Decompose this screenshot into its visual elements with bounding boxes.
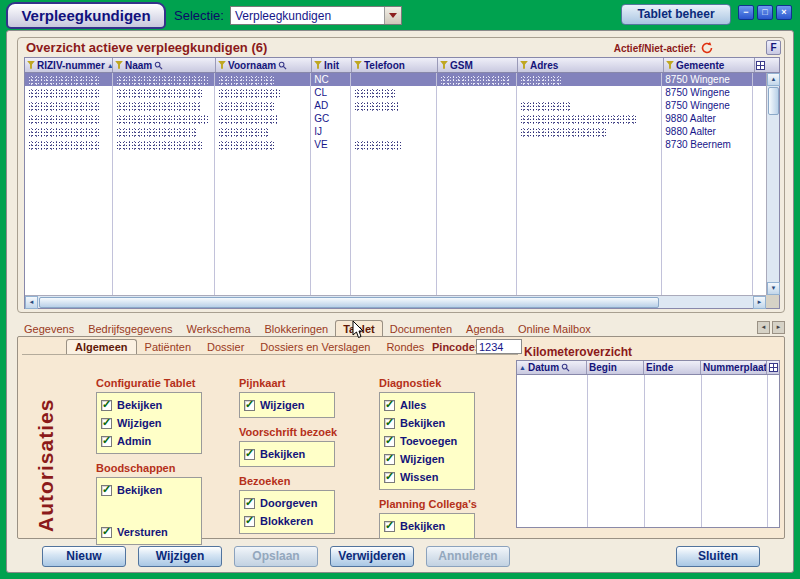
checkbox-row[interactable]: Versturen (101, 523, 197, 541)
checkbox-checked-icon[interactable] (384, 521, 395, 532)
checkbox-row[interactable]: Blokkeren (244, 512, 330, 530)
pincode-field[interactable] (476, 339, 522, 354)
checkbox-checked-icon[interactable] (384, 436, 395, 447)
tablet-beheer-button[interactable]: Tablet beheer (621, 4, 731, 25)
filter-funnel-icon[interactable] (27, 61, 35, 69)
main-tab-strip: Gegevens Bedrijfsgegevens Werkschema Blo… (17, 318, 785, 336)
checkbox-row[interactable]: Toevoegen (384, 432, 470, 450)
filter-funnel-icon[interactable] (314, 61, 322, 69)
checkbox-row[interactable]: Wissen (384, 468, 470, 486)
filter-funnel-icon[interactable] (218, 61, 226, 69)
filter-funnel-icon[interactable] (354, 61, 362, 69)
horizontal-scrollbar[interactable]: ◄ ► (25, 295, 766, 308)
checkbox-checked-icon[interactable] (101, 400, 112, 411)
column-header-init[interactable]: Init (312, 58, 352, 72)
checkbox-row[interactable]: Bekijken (384, 414, 470, 432)
checkbox-checked-icon[interactable] (244, 400, 255, 411)
wijzigen-button[interactable]: Wijzigen (138, 546, 222, 567)
verwijderen-button[interactable]: Verwijderen (330, 546, 414, 567)
checkbox-checked-icon[interactable] (244, 498, 255, 509)
column-header-grid[interactable] (755, 58, 768, 72)
checkbox-row[interactable]: Wijzigen (384, 450, 470, 468)
subtab-dossier[interactable]: Dossier (199, 340, 252, 354)
checkbox-checked-icon[interactable] (384, 418, 395, 429)
redacted-text (520, 102, 572, 111)
filter-funnel-icon[interactable] (115, 61, 123, 69)
subtab-dossiers-en-verslagen[interactable]: Dossiers en Verslagen (252, 340, 378, 354)
table-cell (517, 86, 663, 99)
checkbox-checked-icon[interactable] (244, 516, 255, 527)
column-header-voornaam[interactable]: Voornaam (216, 58, 312, 72)
column-header-gsm[interactable]: GSM (438, 58, 518, 72)
column-header-adres[interactable]: Adres (518, 58, 664, 72)
table-row[interactable]: IJ 9880 Aalter (25, 125, 766, 138)
column-header-einde[interactable]: Einde (644, 361, 701, 374)
checkbox-row[interactable]: Bekijken (384, 517, 470, 535)
magnifier-icon[interactable] (561, 363, 570, 372)
column-header-riziv-nummer[interactable]: RIZIV-nummer ▲ (25, 58, 113, 72)
scroll-down-button[interactable]: ▼ (767, 282, 780, 295)
table-row[interactable]: GC 9880 Aalter (25, 112, 766, 125)
checkbox-checked-icon[interactable] (384, 400, 395, 411)
maximize-button[interactable]: □ (757, 5, 773, 20)
subtab-algemeen[interactable]: Algemeen (66, 339, 137, 354)
column-label: Gemeente (676, 60, 724, 71)
checkbox-row[interactable]: Bekijken (244, 445, 330, 463)
filter-funnel-icon[interactable] (666, 61, 674, 69)
checkbox-checked-icon[interactable] (384, 454, 395, 465)
column-header-nummerplaat[interactable]: Nummerplaat (701, 361, 767, 374)
tab-documenten[interactable]: Documenten (383, 321, 459, 336)
filter-f-button[interactable]: F (766, 40, 781, 55)
minimize-button[interactable]: − (738, 5, 754, 20)
checkbox-checked-icon[interactable] (101, 436, 112, 447)
column-header-gemeente[interactable]: Gemeente (664, 58, 755, 72)
refresh-icon[interactable] (700, 41, 714, 55)
column-header-begin[interactable]: Begin (587, 361, 644, 374)
tab-online-mailbox[interactable]: Online Mailbox (511, 321, 598, 336)
selection-dropdown[interactable]: Verpleegkundigen (230, 6, 402, 25)
checkbox-row[interactable]: Bekijken (101, 481, 197, 499)
scroll-right-button[interactable]: ► (753, 296, 766, 309)
close-button[interactable]: × (776, 5, 792, 20)
magnifier-icon[interactable] (278, 61, 287, 70)
filter-funnel-icon[interactable] (520, 61, 528, 69)
checkbox-row[interactable]: Admin (101, 432, 197, 450)
table-row[interactable]: AD 8750 Wingene (25, 99, 766, 112)
checkbox-checked-icon[interactable] (244, 449, 255, 460)
checkbox-row[interactable]: Wijzigen (244, 396, 330, 414)
checkbox-checked-icon[interactable] (101, 527, 112, 538)
table-row[interactable]: NC 8750 Wingene (25, 73, 766, 86)
checkbox-checked-icon[interactable] (384, 472, 395, 483)
checkbox-row[interactable]: Alles (384, 396, 470, 414)
magnifier-icon[interactable] (154, 61, 163, 70)
tab-prev-button[interactable]: ◄ (757, 321, 770, 334)
vertical-scrollbar[interactable]: ▲ ▼ (766, 73, 779, 295)
checkbox-row[interactable]: Doorgeven (244, 494, 330, 512)
table-row[interactable]: CL 8750 Wingene (25, 86, 766, 99)
column-header-datum[interactable]: ▲ Datum (517, 361, 587, 374)
table-row[interactable]: VE 8730 Beernem (25, 138, 766, 151)
filter-funnel-icon[interactable] (440, 61, 448, 69)
scroll-left-button[interactable]: ◄ (25, 296, 38, 309)
tab-agenda[interactable]: Agenda (459, 321, 511, 336)
tab-blokkeringen[interactable]: Blokkeringen (258, 321, 336, 336)
checkbox-checked-icon[interactable] (101, 485, 112, 496)
subtab-rondes[interactable]: Rondes (378, 340, 432, 354)
checkbox-row[interactable]: Bekijken (101, 396, 197, 414)
checkbox-checked-icon[interactable] (101, 418, 112, 429)
sluiten-button[interactable]: Sluiten (676, 546, 760, 567)
tab-gegevens[interactable]: Gegevens (17, 321, 81, 336)
scroll-up-button[interactable]: ▲ (767, 73, 780, 86)
tab-werkschema[interactable]: Werkschema (180, 321, 258, 336)
horizontal-scroll-thumb[interactable] (39, 297, 659, 308)
subtab-patienten[interactable]: Patiënten (137, 340, 199, 354)
tab-next-button[interactable]: ► (772, 321, 785, 334)
tab-bedrijfsgegevens[interactable]: Bedrijfsgegevens (81, 321, 179, 336)
vertical-scroll-thumb[interactable] (768, 87, 779, 115)
checkbox-row[interactable]: Wijzigen (101, 414, 197, 432)
column-header-naam[interactable]: Naam (113, 58, 216, 72)
column-header-telefoon[interactable]: Telefoon (352, 58, 438, 72)
column-header-grid[interactable] (767, 361, 779, 374)
nieuw-button[interactable]: Nieuw (42, 546, 126, 567)
chevron-down-icon[interactable] (384, 7, 401, 24)
